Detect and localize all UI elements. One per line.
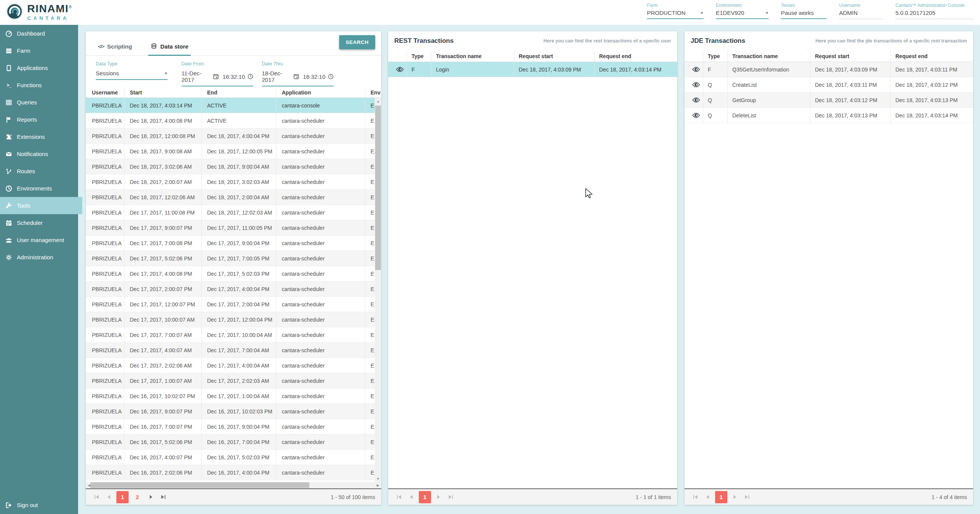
- eye-icon[interactable]: [692, 65, 700, 73]
- tab-data-store[interactable]: Data store: [148, 43, 191, 55]
- sidebar-item-user-management[interactable]: User management: [0, 231, 78, 249]
- session-row[interactable]: PBRIZUELADec 17, 2017, 2:00:07 PMDec 17,…: [86, 281, 381, 297]
- sidebar-item-dashboard[interactable]: Dashboard: [0, 25, 78, 42]
- sidebar-item-queries[interactable]: Queries: [0, 94, 78, 111]
- sidebar-item-environments[interactable]: Environments: [0, 180, 78, 197]
- scroll-right-icon[interactable]: ▶: [375, 482, 381, 488]
- session-row[interactable]: PBRIZUELADec 16, 2017, 7:00:07 PMDec 16,…: [86, 419, 381, 434]
- session-row[interactable]: PBRIZUELADec 16, 2017, 5:02:06 PMDec 16,…: [86, 434, 381, 450]
- sign-out-button[interactable]: Sign out: [0, 496, 78, 514]
- session-row[interactable]: PBRIZUELADec 18, 2017, 3:02:06 AMDec 18,…: [86, 159, 381, 174]
- session-row[interactable]: PBRIZUELADec 16, 2017, 4:00:07 PMDec 16,…: [86, 450, 381, 465]
- scroll-down-icon[interactable]: ▼: [375, 475, 381, 482]
- environment-select[interactable]: Environment E1DEV920▼: [716, 3, 769, 19]
- datastore-tabbar: </> Scripting Data store SEARCH: [86, 31, 381, 56]
- session-row[interactable]: PBRIZUELADec 17, 2017, 9:00:07 PMDec 17,…: [86, 220, 381, 236]
- pagination-last-button: [446, 492, 456, 502]
- session-row[interactable]: PBRIZUELADec 18, 2017, 4:03:14 PMACTIVEc…: [86, 98, 381, 113]
- session-row[interactable]: PBRIZUELADec 17, 2017, 4:00:08 PMDec 17,…: [86, 266, 381, 281]
- session-row[interactable]: PBRIZUELADec 17, 2017, 10:00:07 AMDec 17…: [86, 312, 381, 327]
- session-cell: Dec 18, 2017, 12:02:06 AM: [124, 190, 201, 205]
- vertical-scrollbar-thumb[interactable]: [375, 106, 381, 270]
- tab-scripting[interactable]: </> Scripting: [96, 43, 134, 55]
- pagination-next-button[interactable]: [146, 492, 156, 502]
- clock-icon[interactable]: [328, 73, 334, 80]
- sidebar-item-reports[interactable]: Reports: [0, 111, 78, 128]
- transaction-cell: Login: [431, 62, 514, 77]
- column-header-application[interactable]: Application: [276, 87, 365, 98]
- sidebar-item-routes[interactable]: Routes: [0, 163, 78, 180]
- column-header-request-end[interactable]: Request end: [890, 50, 973, 62]
- rest-table-header: TypeTransaction nameRequest startRequest…: [388, 50, 677, 62]
- column-header-env[interactable]: Env: [365, 87, 381, 98]
- session-row[interactable]: PBRIZUELADec 18, 2017, 12:02:06 AMDec 18…: [86, 190, 381, 205]
- pagination-first-button: [92, 492, 101, 502]
- farm-select[interactable]: Farm PRODUCTION▼: [647, 3, 704, 19]
- session-row[interactable]: PBRIZUELADec 16, 2017, 2:02:06 PMDec 16,…: [86, 465, 381, 480]
- scroll-up-icon[interactable]: ▲: [375, 98, 381, 104]
- session-row[interactable]: PBRIZUELADec 18, 2017, 9:00:08 AMDec 18,…: [86, 144, 381, 159]
- sidebar-item-scheduler[interactable]: Scheduler: [0, 214, 78, 231]
- session-row[interactable]: PBRIZUELADec 18, 2017, 12:00:08 PMDec 18…: [86, 128, 381, 144]
- column-header-request-start[interactable]: Request start: [810, 50, 890, 62]
- jde-transaction-row[interactable]: FQ35GetUserInformationDec 18, 2017, 4:03…: [684, 62, 973, 77]
- pagination-last-button: [742, 492, 752, 502]
- sidebar-item-applications[interactable]: Applications: [0, 59, 78, 76]
- pagination-page-1[interactable]: 1: [116, 491, 129, 503]
- eye-icon[interactable]: [692, 111, 700, 119]
- column-header-start[interactable]: Start: [124, 87, 201, 98]
- session-row[interactable]: PBRIZUELADec 17, 2017, 1:00:07 AMDec 17,…: [86, 373, 381, 389]
- rest-transaction-row[interactable]: FLoginDec 18, 2017, 4:03:09 PMDec 18, 20…: [388, 62, 677, 77]
- clock-icon[interactable]: [247, 73, 253, 80]
- eye-icon[interactable]: [692, 96, 700, 104]
- session-cell: Dec 18, 2017, 3:02:06 AM: [124, 159, 201, 174]
- jde-panel-subtitle: Here you can find the jde transactions o…: [815, 38, 967, 44]
- pagination-page-2[interactable]: 2: [131, 491, 144, 503]
- column-header-request-start[interactable]: Request start: [514, 50, 594, 62]
- jde-transaction-row[interactable]: QDeleteListDec 18, 2017, 4:03:13 PMDec 1…: [684, 108, 973, 123]
- column-header-transaction-name[interactable]: Transaction name: [431, 50, 514, 62]
- session-row[interactable]: PBRIZUELADec 17, 2017, 5:02:06 PMDec 17,…: [86, 251, 381, 266]
- column-header-type[interactable]: Type: [703, 50, 727, 62]
- session-row[interactable]: PBRIZUELADec 17, 2017, 7:00:07 AMDec 17,…: [86, 327, 381, 343]
- session-row[interactable]: PBRIZUELADec 18, 2017, 2:00:07 AMDec 18,…: [86, 174, 381, 190]
- column-header-end[interactable]: End: [201, 87, 276, 98]
- column-header-request-end[interactable]: Request end: [594, 50, 677, 62]
- sidebar-item-extensions[interactable]: Extensions: [0, 128, 78, 145]
- tenant-field[interactable]: Tenant Pause works: [781, 3, 827, 19]
- session-row[interactable]: PBRIZUELADec 17, 2017, 2:02:06 AMDec 17,…: [86, 358, 381, 373]
- date-from-field[interactable]: Date From 11-Dec-2017 16:32:10: [181, 60, 253, 86]
- session-row[interactable]: PBRIZUELADec 17, 2017, 4:00:07 AMDec 17,…: [86, 343, 381, 358]
- sidebar-item-functions[interactable]: >_Functions: [0, 76, 78, 94]
- eye-icon[interactable]: [692, 81, 700, 89]
- session-cell: Dec 17, 2017, 12:00:04 PM: [201, 312, 276, 327]
- date-thru-field[interactable]: Date Thru 18-Dec-2017 16:32:10: [262, 60, 334, 86]
- sidebar-item-notifications[interactable]: Notifications: [0, 145, 78, 163]
- session-row[interactable]: PBRIZUELADec 18, 2017, 4:00:08 PMACTIVEc…: [86, 113, 381, 128]
- sidebar-item-tools[interactable]: Tools: [0, 197, 82, 214]
- sidebar-item-administration[interactable]: Administration: [0, 249, 78, 266]
- jde-transaction-row[interactable]: QCreateListDec 18, 2017, 4:03:11 PMDec 1…: [684, 77, 973, 93]
- session-row[interactable]: PBRIZUELADec 17, 2017, 11:00:08 PMDec 18…: [86, 205, 381, 220]
- jde-transaction-row[interactable]: QGetGroupDec 18, 2017, 4:03:12 PMDec 18,…: [684, 93, 973, 108]
- session-row[interactable]: PBRIZUELADec 16, 2017, 10:02:07 PMDec 17…: [86, 389, 381, 404]
- column-header-username[interactable]: Username: [86, 89, 124, 96]
- calendar-icon[interactable]: [293, 73, 299, 80]
- session-row[interactable]: PBRIZUELADec 16, 2017, 9:00:07 PMDec 16,…: [86, 404, 381, 419]
- search-button[interactable]: SEARCH: [339, 35, 375, 49]
- eye-icon[interactable]: [396, 65, 404, 73]
- vertical-scrollbar[interactable]: ▲ ▼: [375, 98, 381, 482]
- session-row[interactable]: PBRIZUELADec 17, 2017, 12:00:07 PMDec 17…: [86, 297, 381, 312]
- pagination-last-button[interactable]: [158, 492, 168, 502]
- sidebar-item-farm[interactable]: Farm: [0, 42, 78, 59]
- column-header-type[interactable]: Type: [407, 50, 431, 62]
- session-row[interactable]: PBRIZUELADec 17, 2017, 7:00:08 PMDec 17,…: [86, 236, 381, 251]
- data-type-select[interactable]: Data Type Sessions▼: [96, 60, 168, 80]
- horizontal-scrollbar[interactable]: ◀ ▶: [86, 482, 381, 488]
- calendar-icon[interactable]: [213, 73, 219, 80]
- column-header-transaction-name[interactable]: Transaction name: [727, 50, 810, 62]
- pagination-page-1[interactable]: 1: [715, 491, 727, 503]
- session-cell: Dec 17, 2017, 4:00:08 PM: [124, 266, 201, 281]
- pagination-page-1[interactable]: 1: [419, 491, 431, 503]
- horizontal-scrollbar-thumb[interactable]: [90, 482, 309, 488]
